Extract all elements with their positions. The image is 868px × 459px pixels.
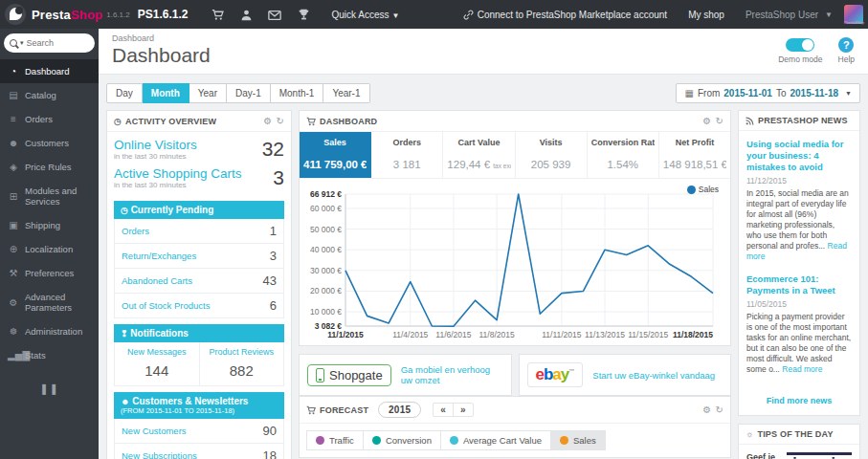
forecast-nav: « » [433,403,474,417]
my-shop-link[interactable]: My shop [688,10,724,20]
next-year-button[interactable]: » [453,404,473,416]
forecast-year[interactable]: 2015 [378,402,421,418]
sales-chart: 3 082 €10 000 €20 000 €30 000 €40 000 €5… [301,183,726,341]
svg-text:11/1/2015: 11/1/2015 [327,330,364,339]
sidebar-item-customers[interactable]: ☻Customers [0,131,99,155]
period-year-1-button[interactable]: Year-1 [323,83,369,103]
cart-icon[interactable] [203,8,232,21]
panel-refresh-icon[interactable]: ↻ [715,404,723,415]
news-article-title[interactable]: Ecommerce 101: Payments in a Tweet [746,273,852,296]
ebay-banner[interactable]: ebay™ Start uw eBay-winkel vandaag [519,354,732,396]
tab-average-cart-value[interactable]: Average Cart Value [441,430,551,450]
period-day-1-button[interactable]: Day-1 [227,83,271,103]
activity-panel-title: ACTIVITY OVERVIEW [125,117,216,126]
news-article-title[interactable]: Using social media for your business: 4 … [746,139,852,173]
period-month-1-button[interactable]: Month-1 [271,83,324,103]
svg-text:11/6/2015: 11/6/2015 [435,330,471,339]
ebay-tagline-link[interactable]: Start uw eBay-winkel vandaag [592,370,715,381]
gear-icon: ☸ [8,326,19,337]
new-messages-cell[interactable]: New Messages144 [115,342,199,385]
quick-access-menu[interactable]: Quick Access▼ [331,10,399,20]
chart-legend[interactable]: Sales [687,185,719,194]
activity-overview-panel: ◷ ACTIVITY OVERVIEW ⚙ ↻ Online Visitorsi… [106,110,292,459]
trophy-icon[interactable] [289,8,318,21]
breadcrumb[interactable]: Dashboard [112,33,855,43]
search-scope-caret[interactable]: ▾ [20,39,24,47]
demo-mode-control: Demo mode [778,36,822,64]
kpi-cart-value[interactable]: Cart Value129,44 € tax excl. [443,132,515,178]
new-customers-row[interactable]: New Customers90 [114,419,284,444]
panel-settings-icon[interactable]: ⚙ [263,116,272,126]
search-box[interactable]: ▾ [4,33,95,53]
news-article-excerpt: Picking a payment provider is one of the… [746,312,852,375]
sidebar-item-preferences[interactable]: ⚒Preferences [0,261,99,285]
sidebar-item-dashboard[interactable]: ◔Dashboard [0,59,99,83]
shop-name[interactable]: PS1.6.1.2 [138,8,189,21]
period-day-button[interactable]: Day [106,83,143,103]
kpi-conversion-rate[interactable]: Conversion Rate1.54% [588,132,659,178]
sidebar-collapse-button[interactable]: ❚❚ [0,382,99,395]
sidebar-item-catalog[interactable]: ▤Catalog [0,83,99,107]
conversion-dot-icon [372,436,381,445]
svg-text:11/13/2015: 11/13/2015 [585,330,625,339]
sidebar-item-localization[interactable]: ⊕Localization [0,237,99,261]
tips-of-the-day-panel: ☼ TIPS OF THE DAY ingenico Payment servi… [738,424,860,459]
price-tag-icon: ◈ [8,162,19,172]
sidebar-item-price-rules[interactable]: ◈Price Rules [0,155,99,179]
kpi-visits[interactable]: Visits205 939 [516,132,588,178]
panel-refresh-icon[interactable]: ↻ [715,116,723,126]
active-carts-stat[interactable]: Active Shopping Cartsin the last 30 minu… [114,166,284,195]
period-year-button[interactable]: Year [189,83,227,103]
previous-year-button[interactable]: « [434,404,453,416]
catalog-icon: ▤ [8,90,19,100]
notifications-header: ❢ Notifications [114,324,284,342]
kpi-net-profit[interactable]: Net Profit148 918,51 € tax excl. [659,132,730,178]
messages-icon[interactable] [260,8,289,20]
shopgate-tagline-link[interactable]: Ga mobiel en verhoog uw omzet [401,364,503,385]
pending-abandoned-carts-row[interactable]: Abandoned Carts43 [114,269,284,294]
forecast-tabs: Traffic Conversion Average Cart Value Sa… [300,424,730,457]
date-range-picker[interactable]: ▦ From2015-11-01 To2015-11-18 ▼ [676,83,860,103]
news-article-date: 11/05/2015 [746,299,852,309]
link-icon [463,10,474,20]
panel-settings-icon[interactable]: ⚙ [702,116,711,126]
find-more-news-link[interactable]: Find more news [739,390,859,415]
period-month-button[interactable]: Month [143,83,189,103]
sidebar-item-advanced-parameters[interactable]: ⚙Advanced Parameters [0,285,99,319]
user-menu[interactable]: PrestaShop User▼ [746,10,833,20]
sidebar-item-administration[interactable]: ☸Administration [0,319,99,343]
sidebar-item-shipping[interactable]: ▣Shipping [0,213,99,237]
tab-traffic[interactable]: Traffic [306,430,364,450]
panel-refresh-icon[interactable]: ↻ [276,116,284,126]
kpi-orders[interactable]: Orders3 181 [371,132,443,178]
tips-panel-title: TIPS OF THE DAY [757,429,833,439]
sidebar-item-orders[interactable]: ≡Orders [0,107,99,131]
customer-icon[interactable] [232,8,260,21]
online-visitors-stat[interactable]: Online Visitorsin the last 30 minutes 32 [114,138,284,166]
customers-newsletters-header: ☻ Customers & Newsletters(FROM 2015-11-0… [114,392,284,419]
tab-sales[interactable]: Sales [551,430,606,450]
marketplace-link[interactable]: Connect to PrestaShop Marketplace accoun… [463,10,667,20]
new-subscriptions-row[interactable]: New Subscriptions18 [114,444,284,459]
user-avatar[interactable]: PrestaShop [844,5,863,24]
panel-settings-icon[interactable]: ⚙ [702,404,711,415]
search-input[interactable] [27,38,89,48]
rss-icon [746,117,754,125]
sidebar-item-modules[interactable]: ⊞Modules and Services [0,179,99,213]
pending-returns-row[interactable]: Return/Exchanges3 [114,244,284,269]
read-more-link[interactable]: Read more [782,364,822,374]
svg-text:11/4/2015: 11/4/2015 [392,330,428,339]
kpi-sales[interactable]: Sales411 759,00 € tax excl. [300,132,371,178]
pending-out-of-stock-row[interactable]: Out of Stock Products6 [114,294,284,318]
demo-mode-toggle[interactable] [786,38,814,52]
shopgate-banner[interactable]: Shopgate Ga mobiel en verhoog uw omzet [299,354,512,396]
customers-icon: ☻ [8,138,19,148]
prestashop-logo[interactable] [5,4,26,25]
news-panel-title: PRESTASHOP NEWS [758,116,848,125]
cart-icon [306,405,316,415]
sidebar-item-stats[interactable]: ▂▅▇Stats [0,343,99,367]
help-icon[interactable]: ? [838,37,854,53]
pending-orders-row[interactable]: Orders1 [114,219,284,244]
tab-conversion[interactable]: Conversion [364,430,441,450]
product-reviews-cell[interactable]: Product Reviews882 [199,342,284,385]
